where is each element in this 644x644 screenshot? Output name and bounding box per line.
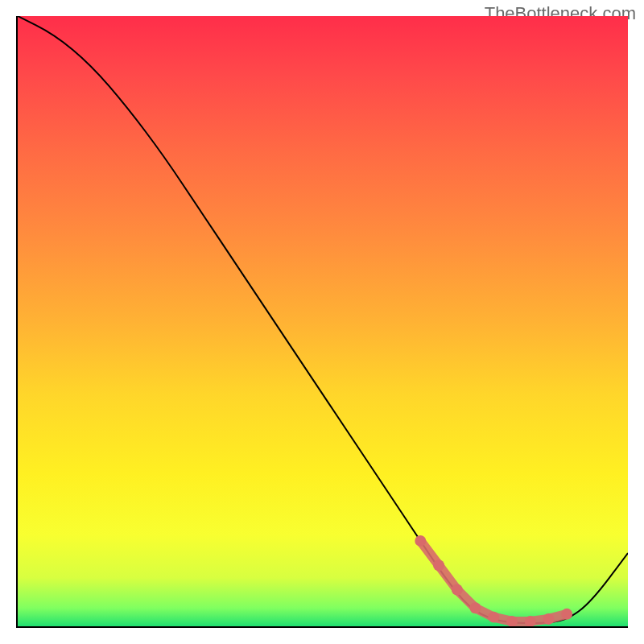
- curve-layer: [18, 16, 628, 626]
- optimal-range-markers: [415, 535, 572, 626]
- svg-point-0: [415, 535, 426, 547]
- svg-point-4: [488, 612, 499, 623]
- svg-point-7: [543, 613, 554, 625]
- svg-point-2: [452, 584, 463, 596]
- svg-point-3: [470, 602, 481, 613]
- svg-point-8: [561, 609, 572, 620]
- bottleneck-curve: [18, 16, 628, 623]
- chart-container: TheBottleneck.com: [0, 0, 644, 644]
- svg-point-1: [433, 559, 444, 571]
- plot-area: [16, 16, 628, 628]
